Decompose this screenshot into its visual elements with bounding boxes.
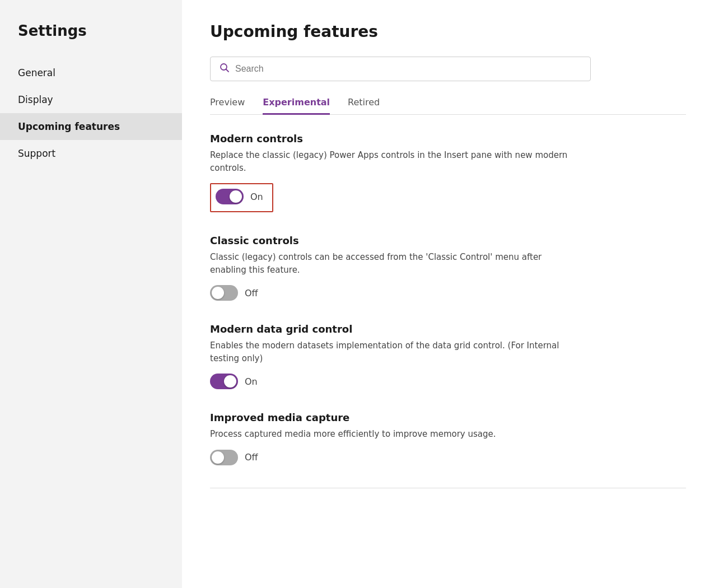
tab-retired[interactable]: Retired: [348, 97, 380, 115]
modern-controls-toggle-knob: [230, 190, 242, 203]
modern-data-grid-toggle-knob: [224, 375, 236, 388]
modern-data-grid-toggle-label: On: [245, 376, 258, 387]
feature-modern-controls: Modern controls Replace the classic (leg…: [210, 133, 686, 212]
tab-preview[interactable]: Preview: [210, 97, 245, 115]
feature-improved-media-capture-description: Process captured media more efficiently …: [210, 428, 568, 441]
sidebar-item-general[interactable]: General: [0, 59, 182, 86]
feature-modern-data-grid-title: Modern data grid control: [210, 323, 686, 335]
svg-line-1: [226, 69, 229, 72]
modern-controls-highlight-box: On: [210, 183, 273, 212]
sidebar-title: Settings: [0, 22, 182, 59]
feature-classic-controls-description: Classic (legacy) controls can be accesse…: [210, 251, 568, 276]
feature-modern-controls-description: Replace the classic (legacy) Power Apps …: [210, 149, 568, 174]
feature-modern-controls-title: Modern controls: [210, 133, 686, 144]
tab-experimental[interactable]: Experimental: [263, 97, 330, 115]
sidebar: Settings General Display Upcoming featur…: [0, 0, 182, 588]
modern-controls-toggle-label: On: [250, 192, 263, 202]
search-box: [210, 57, 591, 81]
sidebar-item-display[interactable]: Display: [0, 86, 182, 113]
feature-classic-controls: Classic controls Classic (legacy) contro…: [210, 235, 686, 301]
feature-modern-data-grid: Modern data grid control Enables the mod…: [210, 323, 686, 389]
feature-modern-data-grid-description: Enables the modern datasets implementati…: [210, 339, 568, 365]
modern-data-grid-toggle-row: On: [210, 374, 686, 389]
modern-controls-toggle[interactable]: [216, 189, 244, 204]
bottom-divider: [210, 488, 686, 488]
sidebar-item-upcoming-features[interactable]: Upcoming features: [0, 113, 182, 140]
feature-improved-media-capture: Improved media capture Process captured …: [210, 412, 686, 465]
feature-improved-media-capture-title: Improved media capture: [210, 412, 686, 423]
tabs: Preview Experimental Retired: [210, 97, 686, 115]
improved-media-capture-toggle[interactable]: [210, 450, 238, 465]
classic-controls-toggle-label: Off: [245, 288, 258, 298]
classic-controls-toggle-knob: [212, 287, 224, 299]
classic-controls-toggle-row: Off: [210, 285, 686, 301]
main-content: Upcoming features Preview Experimental R…: [182, 0, 714, 588]
search-icon: [220, 63, 230, 75]
feature-classic-controls-title: Classic controls: [210, 235, 686, 246]
improved-media-capture-toggle-label: Off: [245, 452, 258, 463]
page-title: Upcoming features: [210, 22, 686, 41]
classic-controls-toggle[interactable]: [210, 285, 238, 301]
search-input[interactable]: [235, 64, 581, 74]
sidebar-item-support[interactable]: Support: [0, 140, 182, 167]
improved-media-capture-toggle-knob: [212, 451, 224, 464]
modern-data-grid-toggle[interactable]: [210, 374, 238, 389]
improved-media-capture-toggle-row: Off: [210, 450, 686, 465]
